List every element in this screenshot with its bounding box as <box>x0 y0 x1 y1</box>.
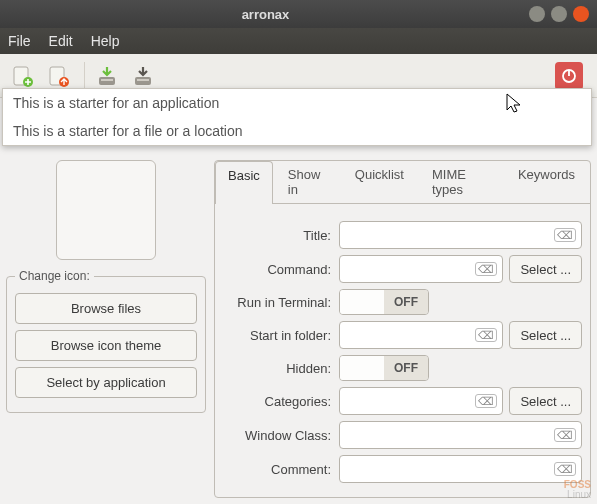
close-button[interactable] <box>573 6 589 22</box>
clear-icon[interactable]: ⌫ <box>475 328 497 342</box>
toggle-off-label: OFF <box>384 356 428 380</box>
clear-icon[interactable]: ⌫ <box>475 394 497 408</box>
command-label: Command: <box>223 262 339 277</box>
terminal-toggle[interactable]: OFF <box>339 289 429 315</box>
clear-icon[interactable]: ⌫ <box>554 462 576 476</box>
menu-help[interactable]: Help <box>91 33 120 49</box>
tab-mime[interactable]: MIME types <box>419 160 503 203</box>
tab-basic[interactable]: Basic <box>215 161 273 204</box>
save-button[interactable] <box>91 60 123 92</box>
toolbar-separator <box>84 62 85 90</box>
tab-strip: Basic Show in Quicklist MIME types Keywo… <box>215 160 590 204</box>
categories-select-button[interactable]: Select ... <box>509 387 582 415</box>
quit-button[interactable] <box>555 62 583 90</box>
change-icon-group: Change icon: Browse files Browse icon th… <box>6 276 206 413</box>
titlebar: arronax <box>0 0 597 28</box>
startfolder-label: Start in folder: <box>223 328 339 343</box>
dropdown-item-application[interactable]: This is a starter for an application <box>3 89 591 117</box>
watermark: FOSSLinux <box>564 480 591 500</box>
svg-rect-5 <box>101 79 113 81</box>
windowclass-input[interactable] <box>339 421 582 449</box>
browse-theme-button[interactable]: Browse icon theme <box>15 330 197 361</box>
menu-file[interactable]: File <box>8 33 31 49</box>
hidden-label: Hidden: <box>223 361 339 376</box>
change-icon-legend: Change icon: <box>15 269 94 283</box>
terminal-label: Run in Terminal: <box>223 295 339 310</box>
window-title: arronax <box>8 7 523 22</box>
tab-quicklist[interactable]: Quicklist <box>342 160 417 203</box>
title-input[interactable] <box>339 221 582 249</box>
menubar: File Edit Help <box>0 28 597 54</box>
details-panel: Basic Show in Quicklist MIME types Keywo… <box>214 160 591 498</box>
dropdown-item-file[interactable]: This is a starter for a file or a locati… <box>3 117 591 145</box>
save-as-button[interactable] <box>127 60 159 92</box>
browse-files-button[interactable]: Browse files <box>15 293 197 324</box>
icon-preview[interactable] <box>56 160 156 260</box>
windowclass-label: Window Class: <box>223 428 339 443</box>
menu-edit[interactable]: Edit <box>49 33 73 49</box>
svg-rect-7 <box>137 79 149 81</box>
categories-label: Categories: <box>223 394 339 409</box>
tab-showin[interactable]: Show in <box>275 160 340 203</box>
title-label: Title: <box>223 228 339 243</box>
comment-label: Comment: <box>223 462 339 477</box>
clear-icon[interactable]: ⌫ <box>475 262 497 276</box>
toggle-off-label: OFF <box>384 290 428 314</box>
new-launcher-button[interactable] <box>6 60 38 92</box>
minimize-button[interactable] <box>529 6 545 22</box>
startfolder-select-button[interactable]: Select ... <box>509 321 582 349</box>
command-select-button[interactable]: Select ... <box>509 255 582 283</box>
clear-icon[interactable]: ⌫ <box>554 228 576 242</box>
clear-icon[interactable]: ⌫ <box>554 428 576 442</box>
hidden-toggle[interactable]: OFF <box>339 355 429 381</box>
tab-keywords[interactable]: Keywords <box>505 160 588 203</box>
maximize-button[interactable] <box>551 6 567 22</box>
open-launcher-button[interactable] <box>42 60 74 92</box>
comment-input[interactable] <box>339 455 582 483</box>
select-by-application-button[interactable]: Select by application <box>15 367 197 398</box>
launcher-type-dropdown: This is a starter for an application Thi… <box>2 88 592 146</box>
